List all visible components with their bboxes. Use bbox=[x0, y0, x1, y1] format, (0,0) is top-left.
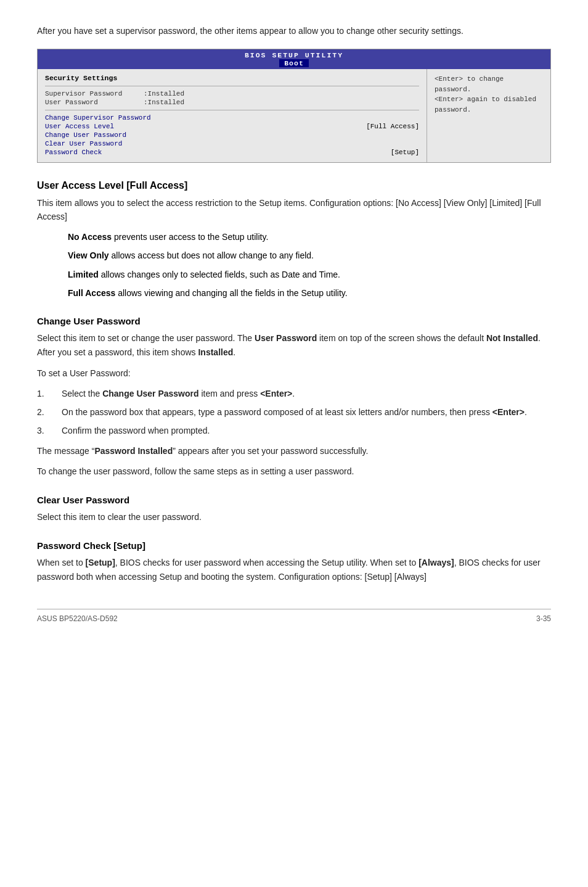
term-view-only: View Only bbox=[68, 250, 109, 260]
user-password-steps: 1. Select the Change User Password item … bbox=[37, 387, 551, 438]
password-check-label: Password Check bbox=[45, 149, 102, 156]
section-heading-user-access: User Access Level [Full Access] bbox=[37, 180, 551, 191]
heading-change-user-password: Change User Password bbox=[37, 316, 551, 326]
intro-paragraph: After you have set a supervisor password… bbox=[37, 25, 551, 38]
step-3: 3. Confirm the password when prompted. bbox=[37, 424, 551, 437]
supervisor-sep: : bbox=[144, 90, 148, 97]
step-1: 1. Select the Change User Password item … bbox=[37, 387, 551, 400]
term-limited: Limited bbox=[68, 270, 99, 279]
password-check-value: [Setup] bbox=[391, 149, 419, 156]
footer-right: 3-35 bbox=[536, 614, 551, 623]
bios-section-title: Security Settings bbox=[45, 74, 419, 82]
body-clear-user-password: Select this item to clear the user passw… bbox=[37, 510, 551, 524]
user-access-value: [Full Access] bbox=[366, 123, 419, 130]
term-full-access: Full Access bbox=[68, 288, 115, 298]
desc-full-access: allows viewing and changing all the fiel… bbox=[115, 288, 347, 298]
bios-screenshot: BIOS SETUP UTILITY Boot Security Setting… bbox=[37, 49, 551, 163]
change-password-note: To change the user password, follow the … bbox=[37, 464, 551, 479]
step-3-content: Confirm the password when prompted. bbox=[62, 424, 551, 437]
user-password-value: Installed bbox=[148, 99, 184, 106]
bios-row-supervisor: Supervisor Password : Installed bbox=[45, 90, 419, 97]
section-password-check: Password Check [Setup] When set to [Setu… bbox=[37, 540, 551, 584]
indent-limited: Limited allows changes only to selected … bbox=[68, 268, 551, 281]
desc-view-only: allows access but does not allow change … bbox=[109, 250, 314, 260]
bios-menu-change-supervisor[interactable]: Change Supervisor Password bbox=[45, 114, 419, 122]
user-password-label: User Password bbox=[45, 99, 144, 106]
bios-title: BIOS SETUP UTILITY bbox=[38, 51, 550, 59]
bios-right-panel: <Enter> to change password.<Enter> again… bbox=[427, 69, 550, 162]
section-body-user-access: This item allows you to select the acces… bbox=[37, 196, 551, 224]
bios-subtitle: Boot bbox=[279, 59, 309, 67]
step-3-num: 3. bbox=[37, 424, 62, 437]
user-sep: : bbox=[144, 99, 148, 106]
desc-limited: allows changes only to selected fields, … bbox=[99, 270, 340, 279]
bios-header: BIOS SETUP UTILITY Boot bbox=[38, 49, 550, 69]
list-intro-text: To set a User Password: bbox=[37, 366, 551, 381]
bios-left-panel: Security Settings Supervisor Password : … bbox=[38, 69, 427, 162]
footer: ASUS BP5220/AS-D592 3-35 bbox=[37, 609, 551, 623]
bios-menu-password-check[interactable]: Password Check [Setup] bbox=[45, 149, 419, 156]
footer-left: ASUS BP5220/AS-D592 bbox=[37, 614, 118, 623]
body-password-check: When set to [Setup], BIOS checks for use… bbox=[37, 556, 551, 584]
user-access-label: User Access Level bbox=[45, 123, 114, 130]
section-user-access-level: User Access Level [Full Access] This ite… bbox=[37, 180, 551, 300]
bios-menu-change-user[interactable]: Change User Password bbox=[45, 131, 419, 139]
section-change-user-password: Change User Password Select this item to… bbox=[37, 316, 551, 479]
bios-menu-clear-user[interactable]: Clear User Password bbox=[45, 140, 419, 147]
indent-no-access: No Access prevents user access to the Se… bbox=[68, 230, 551, 244]
password-installed-message: The message “Password Installed” appears… bbox=[37, 444, 551, 458]
bios-body: Security Settings Supervisor Password : … bbox=[38, 69, 550, 162]
bios-help-text: <Enter> to change password.<Enter> again… bbox=[435, 75, 536, 113]
indent-full-access: Full Access allows viewing and changing … bbox=[68, 286, 551, 300]
step-1-content: Select the Change User Password item and… bbox=[62, 387, 551, 400]
term-no-access: No Access bbox=[68, 232, 112, 242]
step-1-num: 1. bbox=[37, 387, 62, 400]
step-2-num: 2. bbox=[37, 405, 62, 419]
heading-clear-user-password: Clear User Password bbox=[37, 495, 551, 505]
body-change-user-password: Select this item to set or change the us… bbox=[37, 331, 551, 360]
bios-menu-user-access[interactable]: User Access Level [Full Access] bbox=[45, 123, 419, 130]
heading-password-check: Password Check [Setup] bbox=[37, 540, 551, 551]
supervisor-password-label: Supervisor Password bbox=[45, 90, 144, 97]
supervisor-password-value: Installed bbox=[148, 90, 184, 97]
desc-no-access: prevents user access to the Setup utilit… bbox=[112, 232, 268, 242]
bios-row-user: User Password : Installed bbox=[45, 99, 419, 106]
step-2-content: On the password box that appears, type a… bbox=[62, 405, 551, 419]
section-clear-user-password: Clear User Password Select this item to … bbox=[37, 495, 551, 524]
indent-view-only: View Only allows access but does not all… bbox=[68, 249, 551, 262]
step-2: 2. On the password box that appears, typ… bbox=[37, 405, 551, 419]
